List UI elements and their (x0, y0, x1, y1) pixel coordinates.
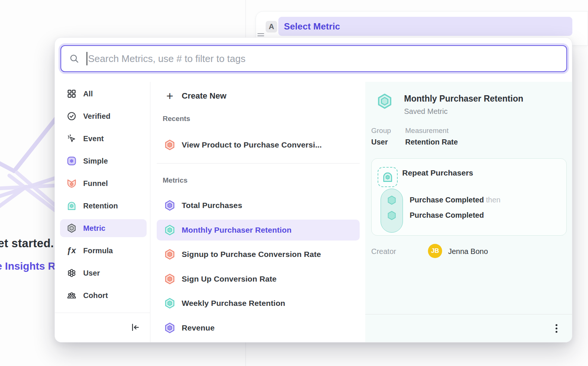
event-hexagon-icon (387, 210, 397, 221)
sidebar-item-label: Metric (83, 224, 106, 233)
search-icon (69, 53, 79, 64)
sidebar-item-all[interactable]: All (60, 85, 147, 103)
metric-hexagon-icon (67, 223, 76, 233)
select-metric-button[interactable]: Select Metric (278, 17, 572, 36)
recent-metric-row[interactable]: View Product to Purchase Conversi... (157, 134, 360, 155)
metric-hexagon-icon-purple (164, 322, 175, 334)
recents-section-label: Recents (163, 115, 190, 123)
sidebar-item-label: Formula (83, 246, 113, 255)
definition-title: Repeat Purchasers (402, 168, 473, 177)
background-insights-link[interactable]: e Insights Re (0, 260, 61, 272)
metric-row-signup-to-purchase[interactable]: Signup to Purchase Conversion Rate (157, 244, 360, 265)
metric-hexagon-icon-teal (164, 224, 175, 236)
event-hexagon-icon (387, 195, 397, 205)
creator-label: Creator (371, 247, 396, 256)
metric-hexagon-icon-salmon (164, 139, 175, 151)
metric-row-monthly-purchaser-retention[interactable]: Monthly Purchaser Retention (157, 220, 360, 241)
sidebar-item-label: User (83, 269, 100, 277)
sidebar-item-label: Retention (83, 202, 118, 210)
sidebar-item-verified[interactable]: Verified (60, 107, 147, 125)
metric-row-label: Monthly Purchaser Retention (182, 226, 291, 235)
sidebar-item-event[interactable]: Event (60, 130, 147, 148)
user-cluster-icon (67, 268, 76, 278)
text-cursor (87, 52, 87, 65)
sidebar-item-user[interactable]: User (60, 264, 147, 282)
metric-row-label: Total Purchases (182, 201, 242, 210)
event-sequence-pill (381, 189, 403, 233)
definition-step-1: Purchase Completed then (410, 196, 500, 204)
collapse-sidebar-button[interactable] (129, 321, 141, 334)
sidebar-item-label: Verified (83, 112, 110, 121)
measurement-value: Retention Rate (405, 138, 458, 146)
retention-definition-icon (378, 167, 398, 187)
sidebar-item-retention[interactable]: Retention (60, 197, 147, 215)
simple-metric-icon (67, 156, 76, 166)
sidebar-item-funnel[interactable]: Funnel (60, 174, 147, 192)
sidebar-item-label: All (83, 90, 93, 98)
metric-row-label: Signup to Purchase Conversion Rate (182, 250, 321, 259)
more-options-button[interactable] (552, 323, 561, 334)
sidebar-item-label: Event (83, 134, 104, 143)
metric-row-revenue[interactable]: Revenue (157, 317, 360, 338)
details-subtitle: Saved Metric (404, 107, 448, 116)
metric-definition-card: Repeat Purchasers Purchase Completed the… (371, 158, 567, 236)
screen: et started. e Insights Re A Select Metri… (0, 0, 588, 366)
sidebar-footer-divider (55, 313, 150, 313)
plus-icon: + (164, 90, 175, 102)
verified-badge-icon (67, 111, 76, 121)
sidebar-item-metric[interactable]: Metric (60, 219, 147, 237)
sidebar-item-label: Cohort (83, 291, 108, 300)
creator-name: Jenna Bono (448, 247, 488, 256)
create-new-button[interactable]: + Create New (157, 86, 360, 106)
cursor-sparkle-icon (67, 134, 76, 143)
metric-hexagon-icon-salmon (164, 273, 175, 285)
group-label: Group (371, 127, 391, 135)
metric-row-label: Revenue (182, 323, 215, 332)
grid-icon (67, 89, 76, 99)
search-box (60, 45, 567, 72)
collapse-left-icon (130, 322, 140, 332)
section-divider (157, 163, 360, 164)
formula-icon: ƒx (67, 246, 76, 255)
metric-row-label: Sign Up Conversion Rate (182, 274, 276, 283)
metric-row-label: Weekly Purchase Retention (182, 299, 285, 308)
definition-step-2: Purchase Completed (410, 211, 484, 220)
details-title: Monthly Purchaser Retention (404, 94, 523, 104)
create-new-label: Create New (182, 91, 226, 101)
panel-footer-divider (365, 314, 572, 314)
creator-avatar: JB (428, 244, 442, 258)
metric-hexagon-icon-salmon (164, 249, 175, 260)
metric-row-sign-up-conversion[interactable]: Sign Up Conversion Rate (157, 269, 360, 289)
metric-hexagon-icon-purple (164, 200, 175, 211)
background-heading-fragment: et started. (0, 237, 54, 250)
funnel-icon (67, 179, 76, 188)
metric-hexagon-icon-teal (164, 298, 175, 309)
sidebar-item-simple[interactable]: Simple (60, 152, 147, 170)
metric-letter-badge[interactable]: A (266, 21, 277, 32)
connector-word: then (486, 196, 501, 204)
metric-row-weekly-purchase-retention[interactable]: Weekly Purchase Retention (157, 293, 360, 314)
sidebar-item-cohort[interactable]: Cohort (60, 286, 147, 304)
retention-arch-icon (67, 201, 76, 211)
metric-picker-modal: All Verified Event (54, 37, 572, 342)
search-input[interactable] (88, 47, 566, 70)
metric-row-total-purchases[interactable]: Total Purchases (157, 195, 360, 216)
metric-details-panel: Monthly Purchaser Retention Saved Metric… (365, 82, 572, 342)
group-value: User (371, 138, 388, 146)
column-divider (150, 82, 150, 342)
sidebar-item-formula[interactable]: ƒx Formula (60, 242, 147, 260)
sidebar-item-label: Simple (83, 157, 108, 165)
saved-metric-hexagon-icon (376, 93, 393, 109)
measurement-label: Measurement (405, 127, 448, 135)
metrics-section-label: Metrics (163, 176, 188, 184)
cohort-people-icon (67, 291, 76, 300)
sidebar-item-label: Funnel (83, 179, 108, 188)
filter-sidebar: All Verified Event (60, 85, 147, 309)
metric-row-label: View Product to Purchase Conversi... (182, 140, 322, 149)
